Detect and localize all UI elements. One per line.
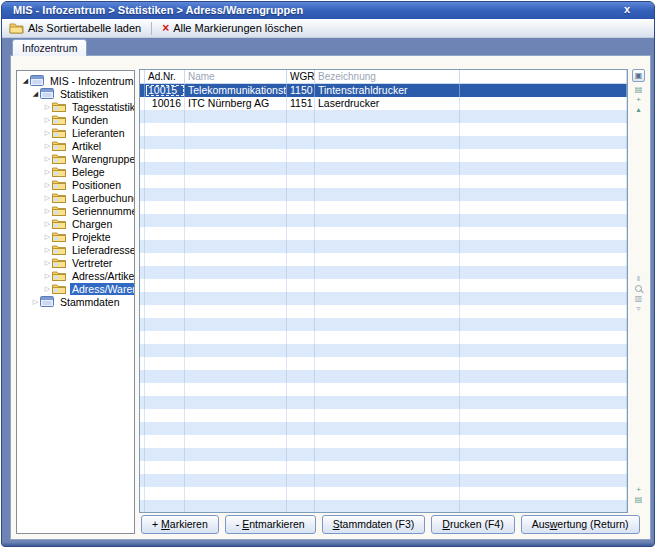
tree-item-adress-warengruppen[interactable]: ▷ Adress/Warengruppen [17,282,134,295]
empty-table-row[interactable] [140,500,627,513]
cell-empty[interactable] [460,84,627,97]
cell-name[interactable]: ITC Nürnberg AG [185,97,287,110]
empty-table-row[interactable] [140,435,627,448]
tree-item-warengruppen[interactable]: ▷ Warengruppen [17,152,134,165]
tree-expand-icon[interactable]: ▷ [31,298,40,306]
column-header-bezeichnung[interactable]: Bezeichnung [315,70,460,83]
group-rows-icon[interactable]: ▤ [632,85,645,95]
tree-expand-icon[interactable]: ▷ [43,116,52,124]
empty-table-row[interactable] [140,110,627,123]
tree-expand-icon[interactable]: ▷ [43,285,52,293]
tree-item-chargen[interactable]: ▷ Chargen [17,217,134,230]
empty-table-row[interactable] [140,396,627,409]
tree-item-lieferadressen[interactable]: ▷ Lieferadressen [17,243,134,256]
empty-table-row[interactable] [140,162,627,175]
tree-item-statistiken[interactable]: ◢ Statistiken [17,87,134,100]
empty-table-row[interactable] [140,292,627,305]
tree-expand-icon[interactable]: ▷ [43,207,52,215]
tree-item-projekte[interactable]: ▷ Projekte [17,230,134,243]
empty-table-row[interactable] [140,253,627,266]
tree-expand-icon[interactable]: ▷ [43,194,52,202]
empty-table-row[interactable] [140,201,627,214]
tree-item-stammdaten[interactable]: ▷ Stammdaten [17,295,134,308]
load-sort-table-button[interactable]: Als Sortiertabelle laden [2,20,148,37]
table-row[interactable]: 10015 Telekommunikationste 1150 Tintenst… [140,84,627,97]
tree-expand-icon[interactable]: ▷ [43,103,52,111]
empty-table-row[interactable] [140,461,627,474]
empty-table-row[interactable] [140,266,627,279]
column-header-empty[interactable] [460,70,627,83]
grid-menu-icon[interactable]: ▣ [632,69,645,82]
add-row-icon[interactable]: + [632,95,645,105]
empty-table-row[interactable] [140,240,627,253]
footer-button-stammdaten-f3[interactable]: Stammdaten (F3) [322,515,426,534]
tree-expand-icon[interactable]: ▷ [43,168,52,176]
empty-table-row[interactable] [140,344,627,357]
empty-table-row[interactable] [140,188,627,201]
cell-wgr[interactable]: 1151 [287,97,315,110]
freeze-columns-icon[interactable]: ‖ [632,274,645,284]
footer-button-markieren[interactable]: + Markieren [141,515,219,534]
close-button[interactable]: x [620,2,634,18]
tree-item-lagerbuchungen[interactable]: ▷ Lagerbuchungen [17,191,134,204]
tree-item-adress-artikel[interactable]: ▷ Adress/Artikel [17,269,134,282]
column-header-name[interactable]: Name [185,70,287,83]
tree-expand-icon[interactable]: ▷ [43,220,52,228]
cell-empty[interactable] [460,97,627,110]
column-header-wgr[interactable]: WGR [287,70,315,83]
tree-item-lieferanten[interactable]: ▷ Lieferanten [17,126,134,139]
tree-item-artikel[interactable]: ▷ Artikel [17,139,134,152]
empty-table-row[interactable] [140,331,627,344]
tree-item-kunden[interactable]: ▷ Kunden [17,113,134,126]
footer-button-drucken-f4[interactable]: Drucken (F4) [431,515,514,534]
empty-table-row[interactable] [140,149,627,162]
filter-icon[interactable]: ▿ [632,304,645,314]
cell-bezeichnung[interactable]: Tintenstrahldrucker [315,84,460,97]
empty-table-row[interactable] [140,422,627,435]
empty-table-row[interactable] [140,474,627,487]
tree-expand-icon[interactable]: ▷ [43,259,52,267]
empty-table-row[interactable] [140,279,627,292]
sort-up-icon[interactable]: ▴ [632,105,645,115]
group-icon[interactable]: ▤ [632,495,645,505]
cell-adnr[interactable]: 10016 [145,97,185,110]
tree-expand-icon[interactable]: ▷ [43,181,52,189]
clear-marks-button[interactable]: × Alle Markierungen löschen [155,20,310,37]
empty-table-row[interactable] [140,448,627,461]
tree-expand-icon[interactable]: ▷ [43,246,52,254]
footer-button-auswertung-return[interactable]: Auswertung (Return) [521,515,640,534]
cell-wgr[interactable]: 1150 [287,84,315,97]
empty-table-row[interactable] [140,370,627,383]
tree-expand-icon[interactable]: ◢ [31,90,40,98]
footer-button-entmarkieren[interactable]: - Entmarkieren [225,515,316,534]
empty-table-row[interactable] [140,123,627,136]
tree-item-positionen[interactable]: ▷ Positionen [17,178,134,191]
empty-table-row[interactable] [140,318,627,331]
tree-expand-icon[interactable]: ▷ [43,129,52,137]
tree-item-vertreter[interactable]: ▷ Vertreter [17,256,134,269]
tree-item-tagesstatistik[interactable]: ▷ Tagesstatistik [17,100,134,113]
empty-table-row[interactable] [140,227,627,240]
tree-expand-icon[interactable]: ▷ [43,155,52,163]
empty-table-row[interactable] [140,305,627,318]
column-header-adnr[interactable]: Ad.Nr. ▼ [145,70,185,83]
tab-infozentrum[interactable]: Infozentrum [12,39,87,56]
cell-bezeichnung[interactable]: Laserdrucker [315,97,460,110]
empty-table-row[interactable] [140,357,627,370]
select-cells-icon[interactable]: ▥ [632,294,645,304]
tree-expand-icon[interactable]: ◢ [21,77,30,85]
empty-table-row[interactable] [140,175,627,188]
empty-table-row[interactable] [140,409,627,422]
search-icon[interactable] [632,284,645,294]
cell-name[interactable]: Telekommunikationste [185,84,287,97]
tree-item-mis-infozentrum[interactable]: ◢ MIS - Infozentrum [17,74,134,87]
tree-item-seriennummern[interactable]: ▷ Seriennummern [17,204,134,217]
tree-expand-icon[interactable]: ▷ [43,233,52,241]
table-row[interactable]: 10016 ITC Nürnberg AG 1151 Laserdrucker [140,97,627,110]
tree-expand-icon[interactable]: ▷ [43,272,52,280]
empty-table-row[interactable] [140,383,627,396]
empty-table-row[interactable] [140,136,627,149]
empty-table-row[interactable] [140,214,627,227]
cell-adnr[interactable]: 10015 [145,84,185,97]
tree-expand-icon[interactable]: ▷ [43,142,52,150]
